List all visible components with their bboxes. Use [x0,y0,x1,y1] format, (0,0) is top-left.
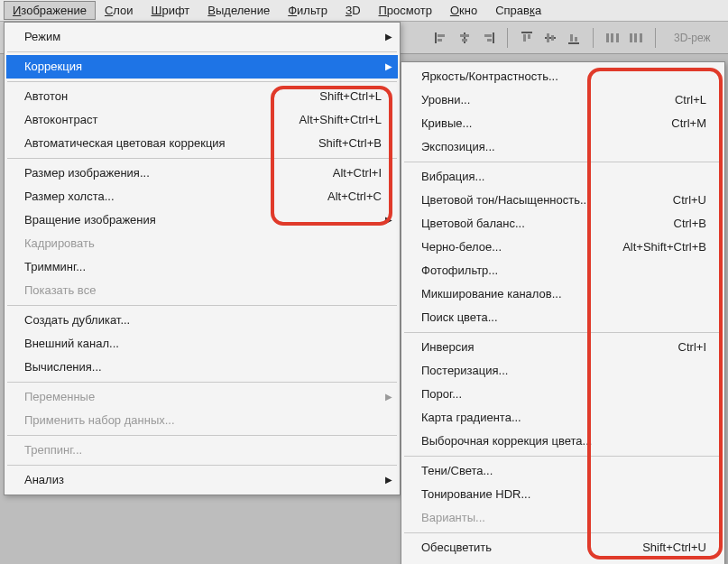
mode-label[interactable]: 3D-реж [674,32,711,44]
menu-item-shortcut: Alt+Ctrl+I [333,165,382,181]
image-menu-item-9[interactable]: Размер холста...Alt+Ctrl+C [6,185,398,208]
align-vcenter-icon[interactable] [542,30,558,46]
align-left-icon[interactable] [433,30,449,46]
image-menu-item-6[interactable]: Автоматическая цветовая коррекцияShift+C… [6,132,398,155]
image-menu-item-4[interactable]: АвтотонShift+Ctrl+L [6,85,398,108]
adjust-menu-item-16[interactable]: Карта градиента... [403,406,723,430]
menu-item-label: Переменные [24,389,95,405]
image-menu-item-10[interactable]: Вращение изображения▶ [6,208,398,232]
image-menu-item-2[interactable]: Коррекция▶ [6,55,398,79]
menubar-item-0[interactable]: Изображение [4,1,96,20]
adjust-menu-item-0[interactable]: Яркость/Контрастность... [403,65,723,88]
svg-rect-18 [606,33,609,42]
menu-item-label: Обесцветить [421,540,492,556]
adjust-menu-item-13[interactable]: ИнверсияCtrl+I [403,336,723,359]
menubar-item-5[interactable]: 3D [336,1,370,20]
image-menu-item-8[interactable]: Размер изображения...Alt+Ctrl+I [6,162,398,185]
menu-item-label: Порог... [421,386,462,402]
adjust-menu-item-11[interactable]: Поиск цвета... [403,306,723,329]
adjust-menu-item-17[interactable]: Выборочная коррекция цвета... [403,430,723,453]
menu-item-label: Автоконтраст [24,112,97,128]
adjust-menu-item-3[interactable]: Экспозиция... [403,135,723,159]
svg-rect-3 [464,32,465,43]
image-menu-item-12[interactable]: Тримминг... [6,255,398,279]
distribute-h-icon[interactable] [604,30,621,46]
adjust-menu-item-6[interactable]: Цветовой тон/Насыщенность...Ctrl+U [403,189,723,212]
menu-image: Режим▶Коррекция▶АвтотонShift+Ctrl+LАвток… [4,22,401,495]
menu-item-label: Цветовой баланс... [421,216,525,232]
image-menu-item-16[interactable]: Внешний канал... [6,332,398,356]
menu-item-label: Кадрировать [24,236,95,252]
menu-item-label: Вычисления... [24,359,102,375]
submenu-adjustments: Яркость/Контрастность...Уровни...Ctrl+LК… [401,61,725,564]
image-menu-item-11: Кадрировать [6,232,398,255]
align-top-icon[interactable] [519,30,535,46]
align-hcenter-icon[interactable] [456,30,473,46]
menu-item-shortcut: Ctrl+L [675,92,706,108]
menu-separator [404,332,722,333]
menubar-item-3[interactable]: Выделение [198,1,279,20]
adjust-menu-item-23[interactable]: ОбесцветитьShift+Ctrl+U [403,536,723,559]
menubar-item-1[interactable]: Слои [96,1,143,20]
menu-separator [7,158,397,159]
menu-item-label: Применить набор данных... [24,412,175,429]
svg-rect-20 [616,33,619,42]
image-menu-item-5[interactable]: АвтоконтрастAlt+Shift+Ctrl+L [6,108,398,132]
submenu-arrow-icon: ▶ [385,472,392,488]
menu-item-label: Создать дубликат... [24,312,130,328]
menu-item-shortcut: Ctrl+U [673,192,706,208]
adjust-menu-item-24[interactable]: Подобрать цвет... [403,559,723,564]
menu-item-label: Автотон [24,88,68,105]
svg-rect-16 [570,34,573,42]
align-bottom-icon[interactable] [566,30,582,46]
menubar-item-8[interactable]: Справка [486,1,550,20]
menu-item-shortcut: Shift+Ctrl+L [319,88,382,105]
svg-rect-4 [460,34,469,37]
menu-separator [404,456,722,457]
menubar-item-7[interactable]: Окно [441,1,486,20]
menu-item-shortcut: Alt+Shift+Ctrl+L [299,112,382,128]
toolbar-separator [593,28,594,48]
menubar-item-6[interactable]: Просмотр [370,1,441,20]
image-menu-item-24[interactable]: Анализ▶ [6,468,398,492]
adjust-menu-item-9[interactable]: Фотофильтр... [403,259,723,282]
adjust-menu-item-8[interactable]: Черно-белое...Alt+Shift+Ctrl+B [403,236,723,259]
menu-item-label: Яркость/Контрастность... [421,69,558,85]
adjust-menu-item-14[interactable]: Постеризация... [403,359,723,383]
menu-item-label: Вращение изображения [24,212,156,228]
adjust-menu-item-7[interactable]: Цветовой баланс...Ctrl+B [403,212,723,236]
adjust-menu-item-19[interactable]: Тени/Света... [403,459,723,483]
toolbar-separator [507,28,508,48]
image-menu-item-0[interactable]: Режим▶ [6,25,398,49]
image-menu-item-15[interactable]: Создать дубликат... [6,309,398,332]
menu-item-label: Фотофильтр... [421,263,498,279]
menu-item-label: Вибрация... [421,169,484,185]
svg-rect-10 [523,34,526,42]
distribute-h2-icon[interactable] [628,30,644,46]
menu-item-label: Поиск цвета... [421,310,498,326]
svg-rect-21 [630,33,632,42]
submenu-arrow-icon: ▶ [385,389,392,405]
menu-separator [7,51,397,52]
adjust-menu-item-20[interactable]: Тонирование HDR... [403,483,723,506]
image-menu-item-19: Переменные▶ [6,385,398,409]
adjust-menu-item-1[interactable]: Уровни...Ctrl+L [403,88,723,112]
adjust-menu-item-21: Варианты... [403,506,723,530]
adjust-menu-item-10[interactable]: Микширование каналов... [403,282,723,306]
menu-item-shortcut: Shift+Ctrl+U [642,540,706,556]
adjust-menu-item-15[interactable]: Порог... [403,383,723,406]
menu-item-label: Анализ [24,472,64,488]
image-menu-item-17[interactable]: Вычисления... [6,356,398,379]
menu-item-label: Тримминг... [24,259,86,275]
svg-rect-19 [611,33,613,42]
adjust-menu-item-2[interactable]: Кривые...Ctrl+M [403,112,723,135]
menubar-item-4[interactable]: Фильтр [279,1,336,20]
menu-item-label: Тени/Света... [421,463,493,479]
adjust-menu-item-5[interactable]: Вибрация... [403,165,723,189]
menu-item-shortcut: Alt+Shift+Ctrl+B [622,239,706,255]
align-right-icon[interactable] [480,30,496,46]
menu-item-label: Варианты... [421,510,485,526]
menu-item-label: Выборочная коррекция цвета... [421,433,592,449]
menubar-item-2[interactable]: Шрифт [143,1,199,20]
menu-separator [7,382,397,383]
